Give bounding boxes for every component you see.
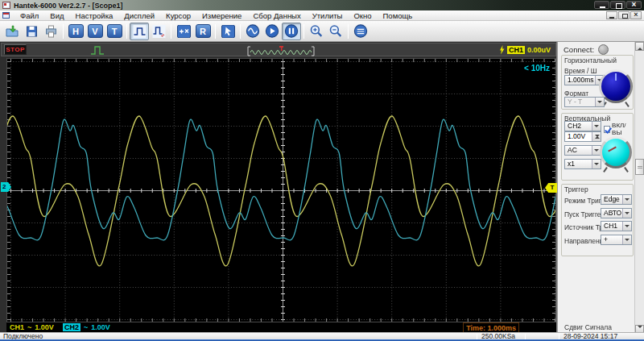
connection-status: Подключено: [3, 333, 43, 339]
trigger-group: Триггер Режим Триггера Edge Пуск Триггер…: [561, 184, 634, 256]
ch1-readout: CH1 ~ 1.00V: [10, 323, 54, 331]
trigger-slope-select[interactable]: +: [601, 235, 632, 245]
connect-label: Connect:: [564, 45, 594, 54]
chevron-down-icon[interactable]: [622, 235, 631, 244]
toolbar-separator: [171, 24, 171, 39]
mdi-close-button[interactable]: [630, 11, 642, 19]
vertical-knob[interactable]: [600, 136, 632, 168]
ch2-badge[interactable]: CH2: [63, 323, 80, 331]
horizontal-setup-button[interactable]: H: [66, 23, 85, 40]
format-value: Y - T: [568, 98, 582, 106]
toolbar-separator: [240, 24, 241, 39]
autoscale-button[interactable]: R: [193, 23, 213, 40]
format-select[interactable]: Y - T: [564, 97, 605, 107]
mdi-restore-button[interactable]: [618, 11, 630, 19]
measure-button[interactable]: [174, 23, 193, 40]
pause-button[interactable]: [282, 23, 301, 40]
menu-utilities[interactable]: Утилиты: [307, 10, 349, 21]
start-button[interactable]: [262, 23, 282, 40]
scrollbar-thumb[interactable]: [635, 159, 644, 175]
menu-window[interactable]: Окно: [348, 10, 377, 21]
coupling-select[interactable]: AC: [564, 145, 601, 156]
menu-file[interactable]: Файл: [14, 10, 44, 21]
trigger-level-value: 0.00uV: [527, 46, 551, 54]
trigger-setup-button[interactable]: T: [105, 23, 124, 40]
waveform-generator-icon: [246, 24, 260, 38]
single-capture-button[interactable]: [130, 23, 149, 40]
application-window: Hantek-6000 Ver2.2.7 - [Scope1] Файл Вид…: [0, 0, 644, 341]
title-bar: Hantek-6000 Ver2.2.7 - [Scope1]: [0, 0, 644, 10]
toolbar-separator: [348, 24, 349, 39]
connect-status-led[interactable]: [598, 44, 609, 55]
menu-setup[interactable]: Настройка: [70, 10, 119, 21]
chevron-down-icon[interactable]: [622, 222, 631, 231]
trigger-slope-row: Направление Тр +: [564, 235, 630, 245]
continuous-capture-button[interactable]: [149, 23, 168, 40]
trigger-source-row: Источник Тригг CH1: [564, 221, 630, 231]
open-file-button[interactable]: [2, 23, 22, 40]
trigger-sweep-select[interactable]: АВТО: [601, 208, 632, 218]
waveform-generator-button[interactable]: [243, 23, 262, 40]
channel-enable-label: ВКЛ/ВЫ: [612, 122, 633, 136]
trigger-source-select[interactable]: CH1: [601, 221, 632, 231]
chevron-down-icon[interactable]: [592, 160, 601, 168]
autoscale-icon: R: [196, 24, 211, 38]
menu-measure[interactable]: Измерение: [196, 10, 247, 21]
menu-bar: Файл Вид Настройка Дисплей Курсор Измере…: [0, 10, 644, 21]
app-icon: [2, 2, 10, 9]
stop-indicator[interactable]: STOP: [4, 44, 27, 55]
ch2-volts-value: 1.00V: [91, 323, 110, 331]
connection-icon: [353, 24, 368, 38]
trigger-bolt-icon: [499, 45, 505, 55]
maximize-button[interactable]: [610, 1, 625, 9]
connection-button[interactable]: [351, 23, 370, 40]
time-div-label: Время / Ш: [564, 67, 597, 75]
ch1-coupling-icon: ~: [27, 323, 31, 331]
close-button[interactable]: [626, 1, 642, 9]
probe-select[interactable]: x1: [564, 159, 601, 169]
menu-view[interactable]: Вид: [44, 10, 69, 21]
play-icon: [265, 24, 279, 38]
trigger-mode-select[interactable]: Edge: [601, 194, 632, 205]
minimize-button[interactable]: [594, 1, 609, 9]
menu-display[interactable]: Дисплей: [118, 10, 160, 21]
vertical-group: Вертикальный CH2 ВКЛ/ВЫ 1.00V AC x1: [561, 113, 634, 181]
scroll-up-icon[interactable]: [635, 42, 644, 51]
stepper-arrows-icon[interactable]: [592, 132, 601, 141]
statusbar-separator: [525, 334, 526, 339]
ch1-badge[interactable]: CH1: [10, 323, 24, 331]
menu-cursor[interactable]: Курсор: [160, 10, 196, 21]
trigger-channel-badge: CH1: [507, 46, 525, 54]
zoom-out-button[interactable]: [326, 23, 345, 40]
cursor-button[interactable]: [218, 23, 237, 40]
panel-scrollbar[interactable]: [634, 42, 644, 334]
toolbar-separator: [126, 24, 127, 39]
channel-select[interactable]: CH2: [564, 121, 601, 131]
channel-enable-row: ВКЛ/ВЫ: [604, 122, 633, 136]
knob-tick-right: [625, 102, 630, 107]
mdi-minimize-button[interactable]: [606, 11, 617, 19]
vertical-setup-icon: V: [88, 24, 103, 38]
ch2-readout: CH2 ~ 1.00V: [63, 323, 110, 331]
volts-div-stepper[interactable]: 1.00V: [564, 131, 601, 142]
mdi-child-icon: [2, 12, 10, 19]
save-button[interactable]: [22, 23, 41, 40]
trigger-status-strip: STOP CH1 0.00uV: [1, 43, 556, 56]
channel-enable-checkbox[interactable]: [604, 126, 610, 133]
print-button[interactable]: [41, 23, 60, 40]
cursor-icon: [221, 25, 235, 38]
menu-help[interactable]: Помощь: [378, 10, 419, 21]
zoom-in-button[interactable]: [307, 23, 326, 40]
control-panel: Connect: Горизонтальный Время / Ш 1.000m…: [557, 42, 644, 334]
toolbar-separator: [303, 24, 304, 39]
chevron-down-icon[interactable]: [622, 209, 631, 218]
menu-acquire[interactable]: Сбор Данных: [247, 10, 306, 21]
chevron-down-icon[interactable]: [622, 195, 631, 204]
trigger-readout: CH1 0.00uV: [499, 45, 551, 55]
trigger-setup-icon: T: [107, 24, 122, 38]
vertical-setup-button[interactable]: V: [85, 23, 105, 40]
zoom-out-icon: [328, 24, 343, 38]
horizontal-setup-icon: H: [68, 24, 84, 38]
single-pulse-icon: [133, 25, 147, 38]
chevron-down-icon[interactable]: [592, 122, 601, 131]
